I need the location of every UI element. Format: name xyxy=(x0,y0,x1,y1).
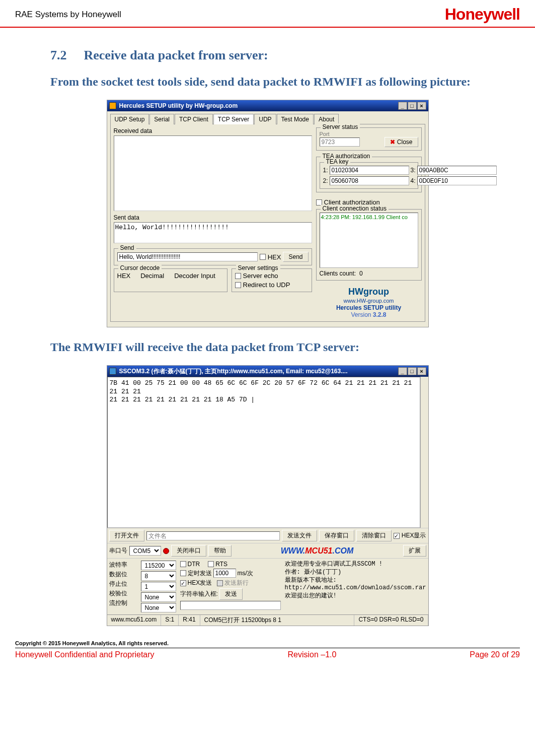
sscom-app-icon xyxy=(109,368,116,375)
send-file-button[interactable]: 发送文件 xyxy=(282,530,317,541)
footer-center: Revision –1.0 xyxy=(288,650,337,659)
data-select[interactable]: 8 xyxy=(141,571,176,581)
copyright: Copyright © 2015 Honeywell Analytics, Al… xyxy=(15,640,520,648)
open-file-button[interactable]: 打开文件 xyxy=(109,530,144,541)
extend-button[interactable]: 扩展 xyxy=(403,545,426,557)
sent-data-area[interactable]: Hello, World!!!!!!!!!!!!!!!!! xyxy=(114,222,312,243)
tab-about[interactable]: About xyxy=(314,114,339,124)
received-data-area[interactable] xyxy=(114,135,312,211)
stop-label: 停止位 xyxy=(109,580,127,588)
stop-select[interactable]: 1 xyxy=(141,582,176,591)
sscom-statusbar: www.mcu51.com S:1 R:41 COM5已打开 115200bps… xyxy=(107,614,428,626)
file-name-input[interactable] xyxy=(146,531,280,540)
sscom-scrollbar[interactable] xyxy=(420,377,428,528)
tea-k3-label: 3: xyxy=(411,167,416,174)
hercules-util-label: Hercules SETUP utility xyxy=(316,304,422,311)
send-newline-checkbox[interactable] xyxy=(217,580,223,586)
baud-select[interactable]: 115200 xyxy=(141,561,176,570)
parity-select[interactable]: None xyxy=(141,592,176,602)
help-button[interactable]: 帮助 xyxy=(208,545,232,557)
maximize-button[interactable]: □ xyxy=(408,102,417,110)
save-window-button[interactable]: 保存窗口 xyxy=(319,530,354,541)
send-group-label: Send xyxy=(118,244,136,251)
hex-show-label: HEX显示 xyxy=(402,531,426,540)
cursor-decoder: Decoder Input xyxy=(174,272,215,280)
status-cts: CTS=0 DSR=0 RLSD=0 xyxy=(354,615,428,626)
tab-tcp-client[interactable]: TCP Client xyxy=(175,114,213,124)
com-label: 串口号 xyxy=(109,546,127,555)
client-list[interactable]: 4:23:28 PM: 192.168.1.99 Client co xyxy=(320,213,418,268)
port-status-icon xyxy=(163,548,169,554)
hw-text: HW xyxy=(348,287,363,297)
server-status-label: Server status xyxy=(321,123,360,130)
tab-tcp-server[interactable]: TCP Server xyxy=(213,114,254,124)
sscom-titlebar: SSCOM3.2 (作者:聂小猛(丁丁), 主页http://www.mcu51… xyxy=(107,366,428,377)
port-input[interactable] xyxy=(320,138,360,147)
honeywell-logo: Honeywell xyxy=(445,5,520,24)
rts-checkbox[interactable] xyxy=(208,561,214,567)
close-server-button[interactable]: ✖ Close xyxy=(385,137,418,147)
page-footer: Copyright © 2015 Honeywell Analytics, Al… xyxy=(0,640,535,664)
maximize-button[interactable]: □ xyxy=(408,367,417,375)
tea-k1-input[interactable] xyxy=(330,166,409,175)
header-org: RAE Systems by Honeywell xyxy=(15,10,121,20)
close-button[interactable]: × xyxy=(417,102,426,110)
tab-serial[interactable]: Serial xyxy=(149,114,174,124)
version-label: Version xyxy=(351,311,371,318)
footer-right: Page 20 of 29 xyxy=(470,650,520,659)
send-button[interactable]: Send xyxy=(283,252,308,262)
status-r: R:41 xyxy=(179,615,200,626)
status-port: COM5已打开 115200bps 8 1 xyxy=(200,615,355,626)
dtr-checkbox[interactable] xyxy=(180,561,186,567)
cursor-group-label: Cursor decode xyxy=(118,264,162,271)
section-number: 7.2 xyxy=(50,48,81,63)
flow-select[interactable]: None xyxy=(141,603,176,612)
tab-test-mode[interactable]: Test Mode xyxy=(277,114,314,124)
tea-k2-label: 2: xyxy=(323,177,328,184)
received-label: Received data xyxy=(114,127,312,134)
close-button[interactable]: × xyxy=(417,367,426,375)
hex-show-checkbox[interactable]: ✓ xyxy=(394,533,400,539)
sent-label: Sent data xyxy=(114,214,312,221)
interval-unit: ms/次 xyxy=(238,569,253,578)
client-auth-checkbox[interactable] xyxy=(316,199,322,205)
hercules-title: Hercules SETUP utility by HW-group.com xyxy=(119,102,238,109)
port-label: Port xyxy=(320,131,418,137)
hex-send-checkbox[interactable]: ✓ xyxy=(180,580,186,586)
tea-k3-input[interactable] xyxy=(417,166,497,175)
interval-input[interactable] xyxy=(213,569,236,578)
hex-checkbox[interactable] xyxy=(260,254,266,260)
com-select[interactable]: COM5 xyxy=(129,546,161,556)
sscom-title: SSCOM3.2 (作者:聂小猛(丁丁), 主页http://www.mcu51… xyxy=(119,367,348,376)
redirect-udp-checkbox[interactable] xyxy=(235,282,241,288)
group-text: group xyxy=(363,287,389,297)
hex-send-label: HEX发送 xyxy=(188,579,212,587)
sscom-terminal[interactable]: 7B 41 00 25 75 21 00 00 48 65 6C 6C 6F 2… xyxy=(107,377,420,528)
tea-k4-label: 4: xyxy=(411,177,416,184)
tab-udp-setup[interactable]: UDP Setup xyxy=(110,114,149,124)
tea-k2-input[interactable] xyxy=(330,176,409,185)
close-port-button[interactable]: 关闭串口 xyxy=(171,545,206,557)
hercules-app-icon xyxy=(109,102,116,109)
timed-checkbox[interactable] xyxy=(180,570,186,576)
flow-label: 流控制 xyxy=(109,599,127,607)
page-header: RAE Systems by Honeywell Honeywell xyxy=(0,0,535,28)
string-input[interactable] xyxy=(180,601,281,610)
send2-button[interactable]: 发送 xyxy=(219,588,243,600)
server-echo-checkbox[interactable] xyxy=(235,273,241,279)
clients-count-label: Clients count: xyxy=(320,270,356,277)
tab-udp[interactable]: UDP xyxy=(254,114,276,124)
minimize-button[interactable]: _ xyxy=(398,367,407,375)
close-server-label: Close xyxy=(397,139,413,146)
tea-k1-label: 1: xyxy=(323,167,328,174)
section-title: Receive data packet from server: xyxy=(84,48,268,62)
send-input[interactable] xyxy=(117,252,258,261)
hw-url[interactable]: www.HW-group.com xyxy=(343,298,394,304)
cursor-decimal: Decimal xyxy=(140,272,164,280)
client-conn-label: Client connection status xyxy=(321,205,389,212)
page-content: 7.2 Receive data packet from server: Fro… xyxy=(0,28,535,640)
mcu-www: WWW. xyxy=(281,546,305,555)
minimize-button[interactable]: _ xyxy=(398,102,407,110)
tea-k4-input[interactable] xyxy=(417,176,497,185)
clear-window-button[interactable]: 清除窗口 xyxy=(356,530,392,541)
